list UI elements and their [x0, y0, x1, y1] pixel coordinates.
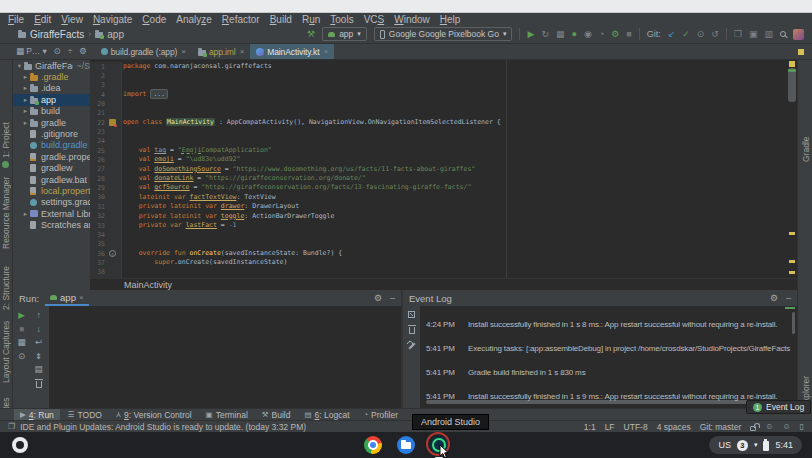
- tree-item-giraffefacts[interactable]: ▾GiraffeFacts~/S: [13, 60, 90, 71]
- version-control-toolwindow[interactable]: Y9: Version Control: [110, 409, 198, 420]
- warning-mark[interactable]: [789, 260, 795, 263]
- event-log-badge[interactable]: 1 Event Log: [746, 400, 811, 414]
- menu-tools[interactable]: Tools: [325, 14, 358, 25]
- clear-log-icon[interactable]: [409, 327, 415, 334]
- toolwindow-stripe-2-structure[interactable]: 2: Structure: [1, 256, 11, 310]
- settings-gear-icon[interactable]: ⚙: [374, 293, 382, 303]
- build-toolwindow[interactable]: ⚒Build: [256, 409, 297, 420]
- tree-item-gradlew[interactable]: gradlew: [13, 163, 90, 174]
- toolwindow-stripe-1-project[interactable]: 1: Project: [1, 122, 11, 168]
- device-select[interactable]: Google Google Pixelbook Go ▾: [374, 27, 513, 41]
- run-configuration-select[interactable]: app ▾: [322, 27, 367, 41]
- restore-layout-icon[interactable]: ▦: [17, 338, 25, 347]
- chrome-icon[interactable]: [364, 436, 382, 454]
- menu-navigate[interactable]: Navigate: [88, 14, 137, 25]
- search-everywhere-icon[interactable]: [780, 31, 786, 37]
- toolwindow-stripe-layout-captures[interactable]: Layout Captures: [1, 315, 11, 383]
- run-icon[interactable]: ▶: [527, 30, 534, 39]
- tab-build-gradle-app-[interactable]: build.gradle (:app)×: [95, 44, 192, 59]
- keyboard-layout[interactable]: US: [718, 440, 731, 450]
- minimize-icon[interactable]: –: [390, 293, 395, 303]
- status-4-spaces[interactable]: 4 spaces: [657, 422, 691, 432]
- status-message[interactable]: IDE and Plugin Updates: Android Studio i…: [20, 422, 306, 432]
- pin-icon[interactable]: ⊙: [18, 352, 25, 361]
- menu-view[interactable]: View: [56, 14, 88, 25]
- menu-build[interactable]: Build: [265, 14, 297, 25]
- apply-changes-icon[interactable]: ↻: [541, 30, 549, 39]
- device-manager-icon[interactable]: ▥: [764, 30, 773, 39]
- tab-mainactivity-kt[interactable]: MainActivity.kt×: [250, 44, 334, 59]
- stop-icon[interactable]: ■: [626, 30, 631, 39]
- editor-scrollbar[interactable]: [788, 68, 796, 102]
- sync-gradle-icon[interactable]: ⚙: [611, 30, 619, 39]
- tree-item-external-libraries[interactable]: ▸External Libraries: [13, 208, 90, 219]
- update-project-icon[interactable]: ↙: [668, 30, 676, 39]
- editor-gutter[interactable]: 12342021222324252627282930313233343536↑3…: [90, 62, 122, 278]
- updates-icon[interactable]: ❐: [8, 422, 15, 431]
- edit-log-icon[interactable]: [408, 311, 415, 318]
- soft-wrap-icon[interactable]: ↩: [35, 338, 42, 347]
- todo-toolwindow[interactable]: ☰TODO: [62, 409, 108, 420]
- class-marker-icon[interactable]: [109, 119, 116, 126]
- layout-inspector-icon[interactable]: ▣: [749, 30, 758, 39]
- tree-arrow-icon[interactable]: ▾: [15, 62, 24, 70]
- up-stacktrace-icon[interactable]: ↑: [36, 311, 40, 320]
- event-log-vscrollbar[interactable]: [792, 312, 795, 334]
- locate-file-icon[interactable]: ⊙: [54, 47, 61, 56]
- breadcrumb-project[interactable]: GiraffeFacts: [30, 29, 84, 40]
- status-1-1[interactable]: 1:1: [584, 422, 596, 432]
- menu-edit[interactable]: Edit: [29, 14, 56, 25]
- inspections-icon[interactable]: ☺: [782, 422, 790, 431]
- toolwindow-stripe-gradle[interactable]: Gradle: [801, 122, 811, 162]
- status-utf-8[interactable]: UTF-8: [624, 422, 648, 432]
- project-view-selector[interactable]: ▦ P… ▾: [16, 47, 47, 56]
- collapse-all-icon[interactable]: ÷: [68, 47, 73, 56]
- menu-vcs[interactable]: VCS: [359, 14, 390, 25]
- clear-all-icon[interactable]: [36, 381, 42, 388]
- profiler-toolwindow[interactable]: ◔Profiler: [358, 409, 404, 420]
- status-git-master[interactable]: Git: master: [700, 422, 742, 432]
- tree-arrow-icon[interactable]: ▸: [21, 210, 30, 218]
- notification-count[interactable]: 3: [737, 440, 748, 451]
- terminal-toolwindow[interactable]: ▣Terminal: [200, 409, 254, 420]
- highlight-level-icon[interactable]: ☺: [765, 422, 773, 431]
- tree-item-gradlew-bat[interactable]: gradlew.bat: [13, 174, 90, 185]
- rerun-icon[interactable]: ▶: [18, 311, 25, 320]
- file-status-indicator[interactable]: [798, 49, 804, 55]
- logcat-toolwindow[interactable]: ▤6: Logcat: [298, 409, 355, 420]
- stop-icon[interactable]: ■: [19, 325, 24, 334]
- attach-debugger-icon[interactable]: ◉: [584, 30, 592, 39]
- toolwindow-stripe-resource-manager[interactable]: Resource Manager: [1, 173, 11, 249]
- tree-item--idea[interactable]: ▸.idea: [13, 83, 90, 94]
- tree-item-build[interactable]: ▸build: [13, 106, 90, 117]
- menu-code[interactable]: Code: [137, 14, 171, 25]
- rollback-icon[interactable]: ↺: [711, 30, 719, 39]
- log-settings-icon[interactable]: [407, 341, 416, 350]
- warning-mark[interactable]: [789, 232, 795, 235]
- menu-window[interactable]: Window: [389, 14, 435, 25]
- tree-item-local-properties[interactable]: local.properties: [13, 185, 90, 196]
- editor-breadcrumb[interactable]: MainActivity: [90, 278, 797, 290]
- run-toolwindow[interactable]: ▶4: Run: [14, 409, 60, 420]
- tree-arrow-icon[interactable]: ▸: [21, 107, 30, 115]
- tree-item-app[interactable]: ▸app: [13, 94, 90, 105]
- debug-icon[interactable]: ●: [571, 30, 576, 39]
- tree-item-build-gradle[interactable]: build.gradle: [13, 140, 90, 151]
- tree-item-scratches-and-consoles[interactable]: Scratches and Consoles: [13, 219, 90, 230]
- scroll-to-end-icon[interactable]: ⇟: [35, 352, 42, 361]
- tree-arrow-icon[interactable]: ▸: [21, 84, 30, 92]
- menu-run[interactable]: Run: [297, 14, 325, 25]
- system-tray[interactable]: US 3 ▾ 5:41: [709, 436, 802, 454]
- menu-file[interactable]: File: [3, 14, 29, 25]
- unlock-icon[interactable]: [750, 426, 756, 431]
- run-tab-app[interactable]: app ×: [45, 290, 89, 306]
- menu-help[interactable]: Help: [435, 14, 466, 25]
- build-hammer-icon[interactable]: ⚒: [307, 29, 315, 39]
- settings-gear-icon[interactable]: ⚙: [770, 293, 778, 303]
- commit-icon[interactable]: ✓: [682, 30, 690, 39]
- breadcrumb-module[interactable]: app: [107, 29, 124, 40]
- tree-item--gitignore[interactable]: .gitignore: [13, 128, 90, 139]
- run-console[interactable]: [49, 306, 401, 408]
- android-studio-icon[interactable]: [430, 436, 448, 454]
- profile-icon[interactable]: ◔: [599, 30, 604, 39]
